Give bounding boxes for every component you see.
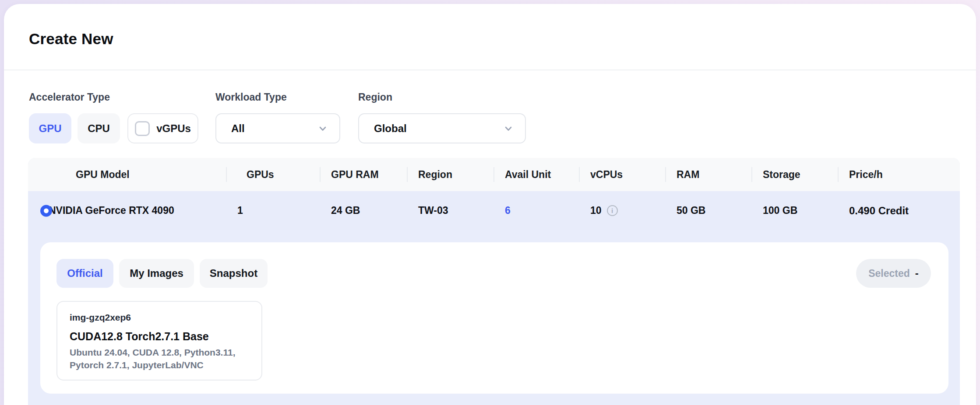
workload-type-select[interactable]: All [215,113,340,143]
region-select[interactable]: Global [358,113,526,143]
workload-type-value: All [231,122,245,135]
col-header-storage: Storage [751,158,838,191]
vgpus-checkbox[interactable] [135,121,150,136]
filter-controls: GPU CPU vGPUs All Global [4,113,976,143]
gpu-table: GPU Model GPUs GPU RAM Region Avail Unit… [28,158,960,405]
workload-type-label: Workload Type [215,91,287,103]
region-value: Global [374,122,407,135]
accelerator-type-label: Accelerator Type [29,91,110,103]
tab-my-images[interactable]: My Images [119,259,194,288]
chevron-down-icon [317,123,328,134]
region-label: Region [358,91,392,103]
selected-pill-value: - [915,267,919,279]
image-description: Ubuntu 24.04, CUDA 12.8, Python3.11, Pyt… [70,346,249,371]
info-icon[interactable]: i [607,205,618,216]
cell-price: 0.490 Credit [838,205,960,217]
table-row[interactable]: NVIDIA GeForce RTX 4090 1 24 GB TW-03 6 … [28,191,960,230]
cell-avail-unit: 6 [494,205,579,216]
accelerator-vgpus-button[interactable]: vGPUs [127,113,198,143]
create-new-card: Create New Accelerator Type Workload Typ… [4,4,976,405]
cell-ram: 50 GB [665,205,751,216]
image-id: img-gzq2xep6 [70,312,249,323]
selected-pill-label: Selected [868,268,910,279]
cell-region: TW-03 [407,205,494,216]
chevron-down-icon [503,123,514,134]
col-header-vcpus: vCPUs [579,158,665,191]
col-header-gpus: GPUs [226,158,320,191]
cell-gpu-ram: 24 GB [320,205,407,216]
image-card[interactable]: img-gzq2xep6 CUDA12.8 Torch2.7.1 Base Ub… [56,301,262,381]
cell-gpu-model: NVIDIA GeForce RTX 4090 [28,205,226,216]
tab-official[interactable]: Official [56,259,113,288]
accelerator-cpu-button[interactable]: CPU [78,113,120,143]
image-name: CUDA12.8 Torch2.7.1 Base [70,330,249,343]
vcpus-value: 10 [590,205,602,216]
image-tabs: Official My Images Snapshot [56,259,268,288]
row-radio-selected[interactable] [40,205,52,216]
page-title: Create New [29,30,113,48]
tab-snapshot[interactable]: Snapshot [200,259,268,288]
col-header-ram: RAM [665,158,751,191]
col-header-region: Region [407,158,494,191]
header-divider [4,70,976,70]
cell-vcpus: 10 i [579,205,665,216]
vgpus-label: vGPUs [156,122,191,135]
image-selection-panel: Official My Images Snapshot Selected - i… [40,242,948,394]
col-header-price: Price/h [838,158,960,191]
table-header-row: GPU Model GPUs GPU RAM Region Avail Unit… [28,158,960,191]
cell-storage: 100 GB [751,205,838,216]
cell-gpus: 1 [226,205,320,216]
col-header-gpu-model: GPU Model [28,158,226,191]
accelerator-gpu-button[interactable]: GPU [29,113,71,143]
col-header-gpu-ram: GPU RAM [320,158,407,191]
selected-count-pill[interactable]: Selected - [856,259,931,288]
col-header-avail-unit: Avail Unit [494,158,579,191]
